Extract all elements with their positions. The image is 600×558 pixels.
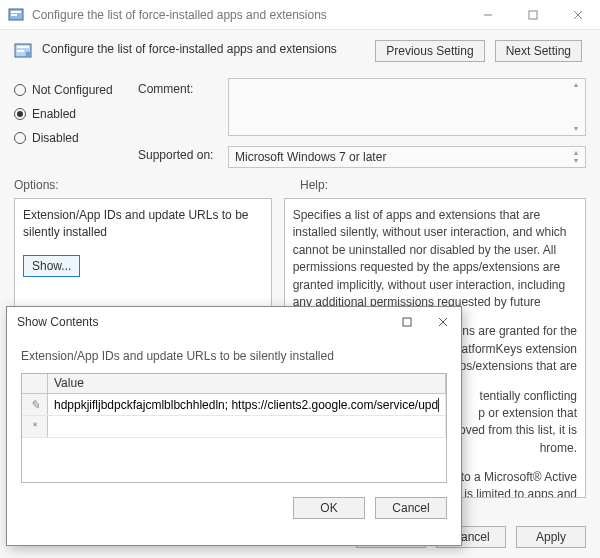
options-item-label: Extension/App IDs and update URLs to be … bbox=[23, 207, 263, 241]
svg-rect-8 bbox=[17, 46, 29, 48]
window-titlebar: Configure the list of force-installed ap… bbox=[0, 0, 600, 30]
radio-icon bbox=[14, 84, 26, 96]
comment-label: Comment: bbox=[138, 82, 228, 96]
show-contents-dialog: Show Contents Extension/App IDs and upda… bbox=[6, 306, 462, 546]
grid-row[interactable]: ✎ bbox=[22, 394, 446, 416]
svg-rect-11 bbox=[403, 318, 411, 326]
radio-icon bbox=[14, 108, 26, 120]
radio-label: Not Configured bbox=[32, 83, 113, 97]
grid-corner bbox=[22, 374, 48, 393]
row-marker: ✎ bbox=[22, 394, 48, 415]
dialog-close-button[interactable] bbox=[425, 307, 461, 337]
window-title: Configure the list of force-installed ap… bbox=[32, 8, 465, 22]
dialog-ok-button[interactable]: OK bbox=[293, 497, 365, 519]
minimize-button[interactable] bbox=[465, 0, 510, 30]
value-cell-input[interactable] bbox=[54, 398, 438, 412]
app-icon bbox=[8, 7, 24, 23]
previous-setting-button[interactable]: Previous Setting bbox=[375, 40, 484, 62]
value-grid[interactable]: Value ✎ * bbox=[21, 373, 447, 483]
scroll-spinner[interactable]: ▴▾ bbox=[569, 149, 583, 165]
svg-point-10 bbox=[26, 52, 31, 57]
dialog-titlebar: Show Contents bbox=[7, 307, 461, 337]
svg-rect-2 bbox=[11, 14, 17, 16]
supported-on-label: Supported on: bbox=[138, 148, 228, 162]
comment-textbox[interactable]: ▴▾ bbox=[228, 78, 586, 136]
svg-rect-1 bbox=[11, 11, 21, 13]
supported-on-field: Microsoft Windows 7 or later ▴▾ bbox=[228, 146, 586, 168]
policy-icon bbox=[14, 42, 32, 60]
options-label: Options: bbox=[14, 178, 300, 192]
dialog-maximize-button[interactable] bbox=[389, 307, 425, 337]
help-label: Help: bbox=[300, 178, 328, 192]
dialog-subtitle: Extension/App IDs and update URLs to be … bbox=[21, 349, 447, 363]
grid-row[interactable]: * bbox=[22, 416, 446, 438]
help-text: Specifies a list of apps and extensions … bbox=[293, 207, 577, 311]
svg-rect-9 bbox=[17, 50, 24, 52]
svg-rect-4 bbox=[529, 11, 537, 19]
supported-on-text: Microsoft Windows 7 or later bbox=[235, 150, 386, 164]
dialog-cancel-button[interactable]: Cancel bbox=[375, 497, 447, 519]
radio-not-configured[interactable]: Not Configured bbox=[14, 78, 138, 102]
close-button[interactable] bbox=[555, 0, 600, 30]
radio-enabled[interactable]: Enabled bbox=[14, 102, 138, 126]
row-marker: * bbox=[22, 416, 48, 437]
dialog-title: Show Contents bbox=[17, 315, 389, 329]
radio-label: Enabled bbox=[32, 107, 76, 121]
radio-icon bbox=[14, 132, 26, 144]
radio-disabled[interactable]: Disabled bbox=[14, 126, 138, 150]
next-setting-button[interactable]: Next Setting bbox=[495, 40, 582, 62]
apply-button[interactable]: Apply bbox=[516, 526, 586, 548]
policy-heading: Configure the list of force-installed ap… bbox=[42, 40, 375, 56]
maximize-button[interactable] bbox=[510, 0, 555, 30]
value-cell-input[interactable] bbox=[54, 420, 439, 434]
grid-header-value: Value bbox=[48, 374, 446, 393]
scroll-spinner[interactable]: ▴▾ bbox=[569, 81, 583, 133]
show-button[interactable]: Show... bbox=[23, 255, 80, 277]
radio-label: Disabled bbox=[32, 131, 79, 145]
